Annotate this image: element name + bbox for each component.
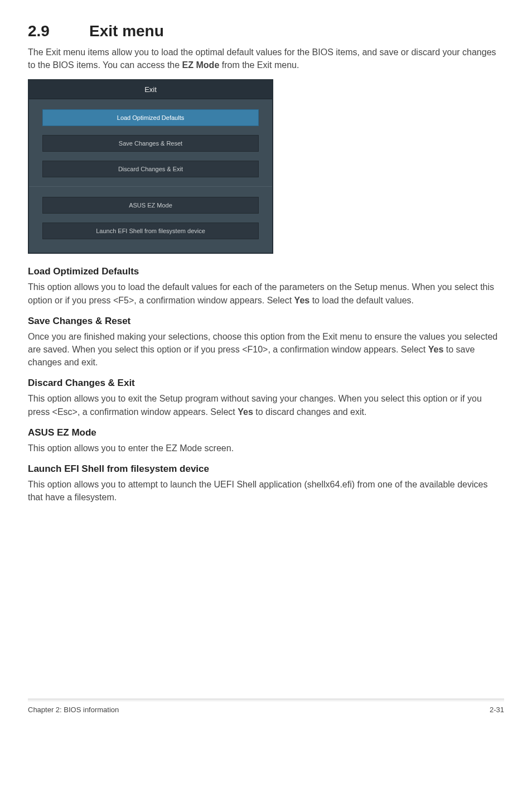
sub-bold-1: Yes bbox=[428, 345, 444, 354]
bios-btn-load-optimized-defaults[interactable]: Load Optimized Defaults bbox=[42, 109, 259, 126]
footer: Chapter 2: BIOS information 2-31 bbox=[28, 706, 504, 714]
section-title-text: Exit menu bbox=[89, 22, 164, 40]
sub-text-0: This option allows you to load the defau… bbox=[28, 281, 504, 306]
sub-text-2: This option allows you to exit the Setup… bbox=[28, 392, 504, 418]
intro-bold: EZ Mode bbox=[182, 60, 220, 70]
footer-line-2 bbox=[28, 700, 504, 701]
bios-body: Load Optimized Defaults Save Changes & R… bbox=[29, 99, 272, 253]
sub-text-3: This option allows you to enter the EZ M… bbox=[28, 442, 504, 455]
bios-panel: Exit Load Optimized Defaults Save Change… bbox=[28, 79, 273, 254]
section-number: 2.9 bbox=[28, 22, 89, 40]
bios-btn-asus-ez-mode[interactable]: ASUS EZ Mode bbox=[42, 197, 259, 214]
bios-header: Exit bbox=[29, 80, 272, 99]
sub-post-0: to load the default values. bbox=[309, 296, 414, 305]
bios-btn-launch-efi-shell[interactable]: Launch EFI Shell from filesystem device bbox=[42, 223, 259, 239]
sub-pre-4: This option allows you to attempt to lau… bbox=[28, 480, 487, 502]
sub-pre-3: This option allows you to enter the EZ M… bbox=[28, 443, 234, 453]
sub-bold-2: Yes bbox=[238, 407, 253, 417]
sub-pre-1: Once you are finished making your select… bbox=[28, 332, 497, 354]
bios-btn-save-changes-reset[interactable]: Save Changes & Reset bbox=[42, 135, 259, 152]
sub-bold-0: Yes bbox=[294, 296, 310, 305]
bios-divider bbox=[29, 186, 272, 187]
footer-right: 2-31 bbox=[490, 706, 504, 714]
sub-pre-0: This option allows you to load the defau… bbox=[28, 282, 494, 305]
sub-heading-1: Save Changes & Reset bbox=[28, 316, 504, 327]
section-intro: The Exit menu items allow you to load th… bbox=[28, 46, 504, 71]
footer-line-1 bbox=[28, 699, 504, 699]
sub-heading-2: Discard Changes & Exit bbox=[28, 378, 504, 389]
bios-btn-discard-changes-exit[interactable]: Discard Changes & Exit bbox=[42, 161, 259, 177]
sub-heading-4: Launch EFI Shell from filesystem device bbox=[28, 463, 504, 475]
sub-heading-0: Load Optimized Defaults bbox=[28, 266, 504, 277]
footer-left: Chapter 2: BIOS information bbox=[28, 706, 119, 714]
section-title: 2.9Exit menu bbox=[28, 22, 504, 40]
intro-post: from the Exit menu. bbox=[219, 60, 299, 70]
sub-heading-3: ASUS EZ Mode bbox=[28, 427, 504, 438]
sub-text-4: This option allows you to attempt to lau… bbox=[28, 478, 504, 504]
sub-text-1: Once you are finished making your select… bbox=[28, 330, 504, 369]
sub-post-2: to discard changes and exit. bbox=[253, 407, 367, 417]
